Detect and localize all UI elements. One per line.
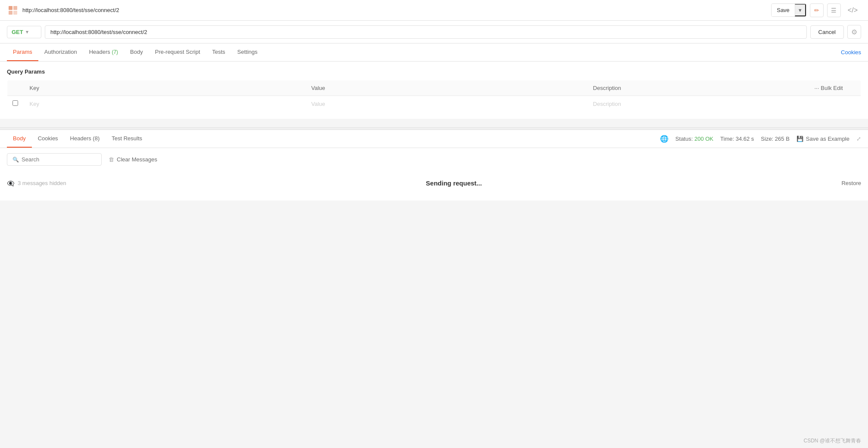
request-bar: GET ▾ Cancel ⚙ <box>0 21 868 43</box>
query-params-table: Key Value Description ··· Bulk Edit Key … <box>7 80 861 112</box>
response-status-bar: 🌐 Status: 200 OK Time: 34.62 s Size: 265… <box>660 135 861 143</box>
search-input[interactable] <box>22 156 96 163</box>
save-example-icon: 💾 <box>796 136 803 142</box>
save-as-example-button[interactable]: 💾 Save as Example <box>796 136 849 142</box>
messages-hidden-info: 👁‍🗨 3 messages hidden <box>7 178 66 188</box>
row-checkbox-input[interactable] <box>12 100 18 106</box>
key-cell[interactable]: Key <box>25 96 306 112</box>
url-input[interactable] <box>45 25 807 39</box>
row-actions <box>809 96 861 112</box>
time-label: Time: 34.62 s <box>720 136 754 142</box>
content-area: Query Params Key Value Description ··· B… <box>0 62 868 119</box>
settings-icon-button[interactable]: ⚙ <box>847 25 861 39</box>
request-tabs-bar: Params Authorization Headers (7) Body Pr… <box>0 43 868 62</box>
save-example-label: Save as Example <box>806 136 849 142</box>
bottom-tabs-bar: Body Cookies Headers (8) Test Results 🌐 … <box>0 130 868 148</box>
value-cell[interactable]: Value <box>306 96 588 112</box>
tab-settings[interactable]: Settings <box>231 43 264 61</box>
save-button[interactable]: Save <box>772 4 795 16</box>
value-col-header: Value <box>306 80 588 96</box>
tab-pre-request-script[interactable]: Pre-request Script <box>149 43 206 61</box>
key-col-header: Key <box>25 80 306 96</box>
app-icon <box>7 4 19 16</box>
messages-hidden-label: 3 messages hidden <box>18 180 66 186</box>
method-dropdown-icon: ▾ <box>26 29 28 35</box>
top-bar-url: http://localhost:8080/test/sse/connect/2 <box>22 7 768 13</box>
svg-rect-3 <box>13 11 17 15</box>
footer-text: CSDN @谁不想飞舞青春 <box>803 438 861 444</box>
bottom-tab-test-results[interactable]: Test Results <box>106 130 148 148</box>
time-value: 34.62 s <box>736 136 754 142</box>
method-label: GET <box>12 29 23 35</box>
method-select[interactable]: GET ▾ <box>7 26 41 38</box>
description-cell[interactable]: Description <box>588 96 809 112</box>
table-row: Key Value Description <box>7 96 861 112</box>
tab-authorization[interactable]: Authorization <box>38 43 83 61</box>
search-icon: 🔍 <box>12 157 19 163</box>
cancel-button[interactable]: Cancel <box>810 25 844 39</box>
eye-hidden-icon: 👁‍🗨 <box>7 180 14 187</box>
actions-col-header: ··· Bulk Edit <box>809 80 861 96</box>
tab-params[interactable]: Params <box>7 43 38 61</box>
dots-icon: ··· <box>815 85 819 91</box>
code-button[interactable]: </> <box>844 5 861 16</box>
globe-icon: 🌐 <box>660 135 669 143</box>
restore-button[interactable]: Restore <box>841 180 861 186</box>
top-bar: http://localhost:8080/test/sse/connect/2… <box>0 0 868 21</box>
tab-body[interactable]: Body <box>124 43 149 61</box>
svg-rect-0 <box>9 6 12 10</box>
size-value: 265 B <box>775 136 790 142</box>
footer: CSDN @谁不想飞舞青春 <box>796 434 868 448</box>
messages-hidden-row: 👁‍🗨 3 messages hidden Sending request...… <box>7 171 861 195</box>
search-row: 🔍 🗑 Clear Messages <box>7 153 861 166</box>
cookies-link[interactable]: Cookies <box>841 44 861 61</box>
sending-request-area: Sending request... <box>66 171 842 195</box>
svg-rect-2 <box>9 11 12 15</box>
edit-button[interactable]: ✏ <box>810 3 824 17</box>
svg-rect-1 <box>13 6 17 10</box>
headers-badge: (7) <box>112 49 118 55</box>
row-checkbox[interactable] <box>7 96 25 112</box>
status-value: 200 OK <box>694 136 713 142</box>
save-dropdown-button[interactable]: ▾ <box>795 4 806 16</box>
description-col-header: Description <box>588 80 809 96</box>
bulk-edit-label: Bulk Edit <box>821 85 843 91</box>
query-params-title: Query Params <box>7 68 861 75</box>
checkbox-col-header <box>7 80 25 96</box>
top-bar-actions: Save ▾ ✏ ☰ </> <box>771 3 861 17</box>
size-label: Size: 265 B <box>761 136 790 142</box>
trash-icon: 🗑 <box>109 156 114 163</box>
bottom-panel: Body Cookies Headers (8) Test Results 🌐 … <box>0 130 868 201</box>
bottom-tab-cookies[interactable]: Cookies <box>32 130 64 148</box>
tab-headers[interactable]: Headers (7) <box>83 43 124 61</box>
expand-icon[interactable]: ⤢ <box>856 136 861 142</box>
tab-tests[interactable]: Tests <box>206 43 231 61</box>
sending-request-text: Sending request... <box>66 171 842 195</box>
bottom-tab-body[interactable]: Body <box>7 130 32 148</box>
body-panel-content: 🔍 🗑 Clear Messages 👁‍🗨 3 messages hidden… <box>0 148 868 201</box>
search-wrap: 🔍 <box>7 153 102 166</box>
clear-messages-button[interactable]: 🗑 Clear Messages <box>109 156 157 163</box>
clear-messages-label: Clear Messages <box>117 156 157 163</box>
status-label: Status: 200 OK <box>675 136 713 142</box>
bottom-tab-headers[interactable]: Headers (8) <box>64 130 106 148</box>
note-button[interactable]: ☰ <box>827 3 841 17</box>
bulk-edit-button[interactable]: ··· Bulk Edit <box>815 85 843 91</box>
